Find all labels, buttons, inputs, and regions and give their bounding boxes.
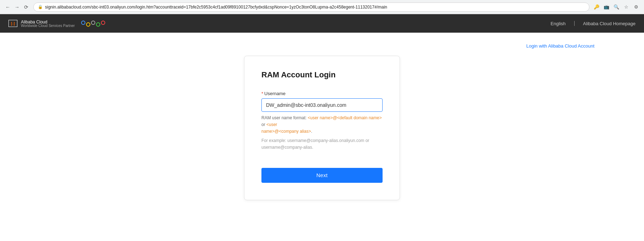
logo-area: [-] Alibaba Cloud Worldwide Cloud Servic… bbox=[9, 20, 105, 28]
logo-info: Alibaba Cloud Worldwide Cloud Services P… bbox=[21, 20, 75, 28]
hint-middle: or bbox=[261, 122, 266, 127]
username-label-row: * Username bbox=[261, 91, 383, 96]
ring-red bbox=[101, 21, 105, 25]
hint-prefix: RAM user name format: bbox=[261, 115, 308, 120]
username-form-group: * Username RAM user name format: <user n… bbox=[261, 91, 383, 151]
ring-black bbox=[91, 21, 95, 25]
english-link[interactable]: English bbox=[550, 21, 566, 26]
zoom-icon[interactable]: 🔍 bbox=[613, 4, 620, 11]
ring-green bbox=[96, 22, 100, 27]
logo-box: [-] bbox=[9, 20, 17, 27]
username-input[interactable] bbox=[261, 98, 383, 112]
nav-buttons: ← → ⟳ bbox=[4, 4, 30, 11]
navbar-links: English Alibaba Cloud Homepage bbox=[550, 21, 635, 26]
address-bar[interactable]: 🔒 signin.alibabacloud.com/sbc-int03.onal… bbox=[33, 2, 589, 12]
page-content: Login with Alibaba Cloud Account RAM Acc… bbox=[0, 33, 644, 241]
ring-blue bbox=[81, 21, 85, 25]
next-button[interactable]: Next bbox=[261, 168, 383, 183]
required-star: * bbox=[261, 91, 263, 96]
username-label: Username bbox=[264, 91, 286, 96]
hint-text: RAM user name format: <user name>@<defau… bbox=[261, 115, 383, 135]
browser-action-buttons: 🔑 📺 🔍 ☆ ⚙ bbox=[593, 4, 640, 11]
hint-part2: <username>@<company alias> bbox=[261, 122, 311, 134]
login-card: RAM Account Login * Username RAM user na… bbox=[244, 56, 400, 200]
key-icon[interactable]: 🔑 bbox=[593, 4, 600, 11]
url-text: signin.alibabacloud.com/sbc-int03.onaliy… bbox=[45, 5, 387, 10]
ring-yellow bbox=[86, 22, 90, 27]
login-with-cloud-link[interactable]: Login with Alibaba Cloud Account bbox=[526, 43, 594, 49]
logo-dash: [-] bbox=[11, 21, 15, 26]
bookmark-icon[interactable]: ☆ bbox=[623, 4, 630, 11]
top-navbar: [-] Alibaba Cloud Worldwide Cloud Servic… bbox=[0, 14, 644, 33]
nav-separator bbox=[574, 21, 575, 26]
logo-subtitle: Worldwide Cloud Services Partner bbox=[21, 24, 75, 28]
settings-icon[interactable]: ⚙ bbox=[633, 4, 640, 11]
olympics-rings bbox=[81, 21, 105, 27]
refresh-button[interactable]: ⟳ bbox=[23, 4, 30, 11]
lock-icon: 🔒 bbox=[38, 5, 43, 9]
hint-suffix: . bbox=[311, 129, 312, 134]
homepage-link[interactable]: Alibaba Cloud Homepage bbox=[583, 21, 635, 26]
back-button[interactable]: ← bbox=[4, 4, 11, 11]
forward-button[interactable]: → bbox=[13, 4, 21, 11]
hint-example: For example: username@company-alias.onal… bbox=[261, 137, 383, 151]
browser-chrome: ← → ⟳ 🔒 signin.alibabacloud.com/sbc-int0… bbox=[0, 0, 644, 14]
cast-icon[interactable]: 📺 bbox=[603, 4, 610, 11]
hint-part1: <user name>@<default domain name> bbox=[308, 115, 382, 120]
login-title: RAM Account Login bbox=[261, 70, 383, 80]
